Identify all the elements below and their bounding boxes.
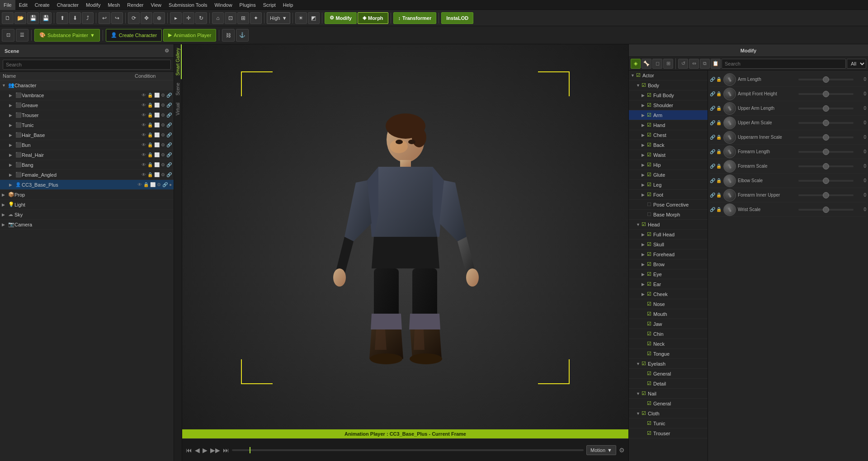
scene-settings-icon[interactable]: ⚙ (165, 48, 169, 54)
expand-cloth-icon[interactable]: ▼ (636, 411, 642, 416)
mirror-btn[interactable]: ⇔ (689, 59, 699, 69)
link-slider-icon[interactable]: 🔗 (710, 135, 715, 140)
tree-item-hair-base[interactable]: ▶ ⬛ Hair_Base 👁 🔒 ⬜ ⚙ 🔗 (0, 130, 174, 140)
menu-file[interactable]: File (0, 0, 15, 10)
mesh-vis-icon[interactable]: ⬜ (154, 152, 160, 157)
check-pose-icon[interactable]: ☐ (647, 202, 653, 207)
expand-hip-icon[interactable]: ▶ (642, 163, 647, 167)
morph-item-full-head[interactable]: ▶ ☑ Full Head (629, 230, 708, 240)
arm-length-track[interactable] (798, 79, 854, 80)
export-btn[interactable]: ⬇ (69, 12, 81, 24)
expand-eye-icon[interactable]: ▶ (642, 272, 647, 277)
morph-item-back[interactable]: ▶ ☑ Back (629, 140, 708, 150)
check-waist-icon[interactable]: ☑ (647, 152, 653, 158)
new-file-btn[interactable]: 🗋 (2, 12, 14, 24)
eye-icon[interactable]: 👁 (142, 113, 146, 118)
mesh-vis-icon[interactable]: ⬜ (154, 113, 160, 118)
link-icon[interactable]: 🔗 (166, 122, 172, 127)
link-slider-icon[interactable]: 🔗 (710, 164, 715, 169)
grid-btn[interactable]: ⊞ (237, 12, 249, 24)
morph-item-jaw[interactable]: ☑ Jaw (629, 319, 708, 329)
reset-btn[interactable]: ↺ (678, 59, 688, 69)
lock-icon[interactable]: 🔒 (147, 172, 153, 177)
forearm-inner-upper-track[interactable] (798, 194, 854, 196)
save-btn[interactable]: 💾 (27, 12, 39, 24)
link-slider-icon[interactable]: 🔗 (710, 120, 715, 125)
morph-item-eyelash-detail[interactable]: ☑ Detail (629, 379, 708, 389)
morph-btn[interactable]: ◈ Morph (358, 12, 388, 24)
expand-nail-icon[interactable]: ▼ (636, 391, 642, 396)
link-icon[interactable]: 🔗 (166, 132, 172, 137)
morph-item-body[interactable]: ▼ ☑ Body (629, 80, 708, 90)
check-forehead-icon[interactable]: ☑ (647, 251, 653, 257)
link-slider-icon[interactable]: 🔗 (710, 193, 715, 198)
tree-item-cc3-base[interactable]: ▶ 👤 CC3_Base_Plus 👁 🔒 ⬜ ⚙ 🔗 ● (0, 180, 174, 190)
eye-icon[interactable]: 👁 (142, 172, 146, 177)
move-btn[interactable]: ✛ (183, 12, 194, 24)
check-body-icon[interactable]: ☑ (642, 82, 648, 88)
forearm-scale-knob[interactable] (723, 160, 736, 173)
check-eyelash-detail-icon[interactable]: ☑ (647, 381, 653, 386)
viewport-content[interactable] (182, 44, 628, 429)
link-icon[interactable]: 🔗 (166, 103, 172, 108)
lock-slider-icon[interactable]: 🔒 (716, 77, 722, 82)
export2-btn[interactable]: ⤴ (82, 12, 94, 24)
expand-chest-icon[interactable]: ▶ (642, 133, 647, 137)
expand-actor-icon[interactable]: ▼ (631, 73, 636, 78)
morph-item-base-morph[interactable]: ☐ Base Morph (629, 210, 708, 220)
morph-item-chin[interactable]: ☑ Chin (629, 329, 708, 339)
elbow-scale-track[interactable] (798, 180, 854, 182)
menu-render[interactable]: Render (123, 0, 147, 10)
expand-real-hair-icon[interactable]: ▶ (9, 153, 15, 157)
check-ear-icon[interactable]: ☑ (647, 281, 653, 287)
settings-icon[interactable]: ⚙ (161, 113, 165, 118)
morph-item-glute[interactable]: ▶ ☑ Glute (629, 170, 708, 180)
forearm-scale-track[interactable] (798, 165, 854, 167)
check-arm-icon[interactable]: ☑ (647, 112, 653, 118)
morph-item-hip[interactable]: ▶ ☑ Hip (629, 160, 708, 170)
check-nail-icon[interactable]: ☑ (642, 390, 648, 396)
redo-btn[interactable]: ↪ (111, 12, 123, 24)
link-slider-icon[interactable]: 🔗 (710, 91, 715, 96)
render-btn[interactable]: ◩ (308, 12, 320, 24)
timeline-settings-icon[interactable]: ⚙ (619, 447, 625, 454)
morph-item-shoulder[interactable]: ▶ ☑ Shoulder (629, 100, 708, 110)
morph-item-foot[interactable]: ▶ ☑ Foot (629, 190, 708, 200)
armpit-front-height-thumb[interactable] (823, 91, 829, 97)
lock-slider-icon[interactable]: 🔒 (716, 193, 722, 198)
smart-gallery-tab[interactable]: Smart Gallery (174, 44, 182, 79)
home-btn[interactable]: ⌂ (212, 12, 224, 24)
lock-slider-icon[interactable]: 🔒 (716, 106, 722, 111)
morph-item-waist[interactable]: ▶ ☑ Waist (629, 150, 708, 160)
morph-item-eyelash[interactable]: ▼ ☑ Eyelash (629, 359, 708, 369)
upper-arm-scale-knob[interactable] (723, 117, 736, 129)
expand-head-icon[interactable]: ▼ (636, 222, 642, 227)
lock-icon[interactable]: 🔒 (147, 122, 153, 127)
upper-arm-scale-thumb[interactable] (823, 120, 829, 126)
lock-icon[interactable]: 🔒 (147, 132, 153, 137)
eye-icon[interactable]: 👁 (142, 122, 146, 127)
timeline-track[interactable] (232, 449, 584, 451)
tree-item-light[interactable]: ▶ 💡 Light (0, 200, 174, 210)
menu-view[interactable]: View (147, 0, 165, 10)
check-head-icon[interactable]: ☑ (642, 221, 648, 227)
check-brow-icon[interactable]: ☑ (647, 261, 653, 267)
check-neck-icon[interactable]: ☑ (647, 341, 653, 347)
check-eye-icon[interactable]: ☑ (647, 271, 653, 277)
settings-icon[interactable]: ⚙ (161, 162, 165, 167)
lock-icon[interactable]: 🔒 (147, 162, 153, 167)
expand-cheek-icon[interactable]: ▶ (642, 292, 647, 296)
transformer-btn[interactable]: ↕ Transformer (393, 12, 437, 24)
link-icon[interactable]: 🔗 (162, 182, 168, 187)
eye-icon[interactable]: 👁 (142, 152, 146, 157)
tree-item-sky[interactable]: ▶ ☁ Sky (0, 210, 174, 220)
pan-btn[interactable]: ✥ (141, 12, 152, 24)
morph-item-skull[interactable]: ▶ ☑ Skull (629, 240, 708, 249)
tree-item-prop[interactable]: ▶ 📦 Prop (0, 190, 174, 200)
check-tunic-cloth-icon[interactable]: ☑ (647, 420, 653, 426)
upperarm-inner-scale-knob[interactable] (723, 131, 736, 144)
lock-icon[interactable]: 🔒 (143, 182, 149, 187)
armpit-front-height-track[interactable] (798, 93, 854, 95)
scene-toggle-btn[interactable]: ⊡ (2, 29, 14, 42)
check-full-body-icon[interactable]: ☑ (647, 92, 653, 98)
